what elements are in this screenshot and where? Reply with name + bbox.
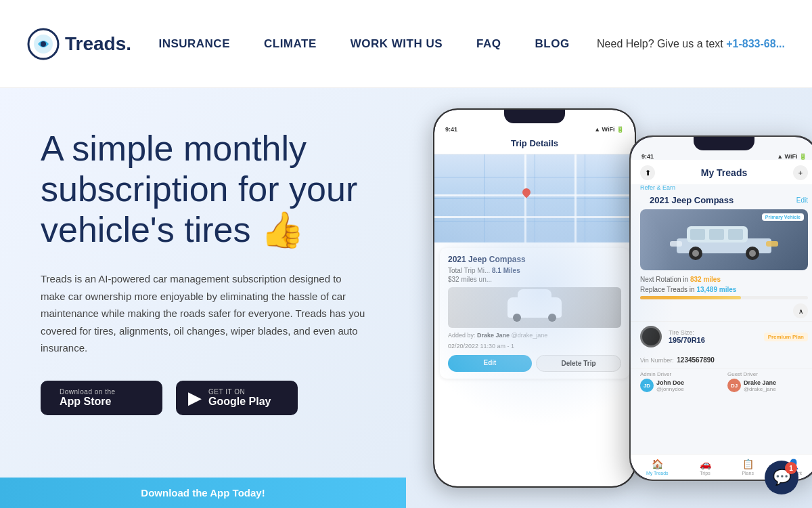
svg-rect-5 bbox=[690, 229, 705, 240]
google-play-bottom-text: Google Play bbox=[208, 396, 271, 408]
nav-work-with-us[interactable]: WORK WITH US bbox=[351, 37, 443, 51]
tire-info-text: Tire Size: 195/70R16 bbox=[669, 329, 757, 344]
logo-text: Treads. bbox=[65, 33, 131, 55]
app-store-button[interactable]: Download on the App Store bbox=[41, 381, 162, 415]
hero-blob bbox=[406, 156, 677, 427]
google-play-button[interactable]: ▶ GET IT ON Google Play bbox=[176, 381, 298, 415]
help-text-area: Need Help? Give us a text +1-833-68... bbox=[597, 38, 785, 50]
app-store-top-text: Download on the bbox=[60, 388, 116, 396]
google-play-top-text: GET IT ON bbox=[208, 388, 271, 396]
nav-plans-icon: 📋 bbox=[742, 459, 754, 469]
trip-details-title: Trip Details bbox=[434, 133, 635, 154]
nav-treads-label: My Treads bbox=[646, 471, 669, 475]
nav-blog[interactable]: BLOG bbox=[535, 37, 570, 51]
nav-faq[interactable]: FAQ bbox=[476, 37, 501, 51]
treads-logo-icon bbox=[27, 28, 60, 60]
vehicle-edit-link[interactable]: Edit bbox=[796, 196, 808, 204]
tire-size-value: 195/70R16 bbox=[669, 336, 757, 344]
download-banner[interactable]: Download the App Today! bbox=[0, 478, 406, 508]
phone-notch-back bbox=[504, 110, 565, 123]
hero-section: A simple monthly subscription for your v… bbox=[0, 88, 812, 508]
svg-rect-7 bbox=[728, 229, 743, 240]
nav-trips[interactable]: 🚗 Trips bbox=[700, 459, 711, 475]
plan-badge: Premium Plan bbox=[764, 333, 808, 341]
driver-row: Admin Driver JD John Doe @jonnydoe Guest… bbox=[631, 368, 812, 395]
chevron-up-icon: ∧ bbox=[793, 303, 808, 318]
guest-driver-col: Guest Driver DJ Drake Jane @drake_jane bbox=[727, 371, 808, 392]
vin-value: 1234567890 bbox=[677, 356, 715, 364]
next-rotation-miles: 832 miles bbox=[690, 276, 721, 283]
nav-insurance[interactable]: INSURANCE bbox=[158, 37, 230, 51]
header: Treads. INSURANCE CLIMATE WORK WITH US F… bbox=[0, 0, 812, 88]
svg-rect-13 bbox=[766, 241, 778, 247]
svg-rect-12 bbox=[670, 241, 682, 247]
google-play-icon: ▶ bbox=[188, 387, 202, 408]
hero-description: Treads is an AI-powered car management s… bbox=[41, 270, 365, 357]
app-store-bottom-text: App Store bbox=[60, 396, 116, 408]
my-treads-title: My Treads bbox=[701, 167, 747, 178]
svg-point-2 bbox=[41, 41, 46, 47]
phone-notch-front bbox=[694, 137, 754, 150]
admin-handle: @jonnydoe bbox=[656, 386, 684, 392]
chat-bubble-button[interactable]: 💬 1 bbox=[765, 461, 798, 494]
replace-treads-miles: 13,489 miles bbox=[696, 286, 736, 293]
guest-driver-info: DJ Drake Jane @drake_jane bbox=[727, 379, 808, 392]
nav-trips-label: Trips bbox=[700, 471, 710, 475]
nav-plans[interactable]: 📋 Plans bbox=[742, 459, 754, 475]
svg-point-9 bbox=[692, 250, 699, 257]
guest-avatar: DJ bbox=[727, 379, 741, 392]
status-icons-front: ▲ WiFi 🔋 bbox=[777, 153, 807, 160]
logo-area[interactable]: Treads. bbox=[27, 28, 131, 60]
help-phone[interactable]: +1-833-68... bbox=[726, 38, 785, 49]
status-bar-back: 9:41 ▲ WiFi 🔋 bbox=[434, 123, 635, 133]
header-left-icons: ⬆ bbox=[640, 165, 655, 180]
app-buttons-area: Download on the App Store ▶ GET IT ON Go… bbox=[41, 381, 365, 415]
guest-name: Drake Jane bbox=[744, 379, 776, 386]
main-nav: INSURANCE CLIMATE WORK WITH US FAQ BLOG bbox=[158, 37, 569, 51]
hero-content: A simple monthly subscription for your v… bbox=[0, 88, 392, 508]
guest-driver-label: Guest Driver bbox=[727, 371, 808, 377]
primary-vehicle-badge: Primary Vehicle bbox=[762, 213, 804, 221]
vehicle-name-row: 2021 Jeep Compass Edit bbox=[631, 194, 812, 209]
nav-my-treads[interactable]: 🏠 My Treads bbox=[646, 459, 669, 475]
status-time-back: 9:41 bbox=[445, 126, 457, 133]
nav-trips-icon: 🚗 bbox=[700, 459, 711, 469]
status-icons-back: ▲ WiFi 🔋 bbox=[594, 126, 624, 133]
admin-driver-label: Admin Driver bbox=[640, 371, 721, 377]
share-icon[interactable]: ⬆ bbox=[640, 165, 655, 180]
download-banner-text: Download the App Today! bbox=[141, 487, 265, 499]
admin-name: John Doe bbox=[656, 379, 684, 386]
vehicle-name: 2021 Jeep Compass bbox=[640, 195, 743, 205]
nav-climate[interactable]: CLIMATE bbox=[264, 37, 317, 51]
refer-earn-link[interactable]: Refer & Earn bbox=[631, 184, 812, 191]
chat-badge: 1 bbox=[785, 462, 797, 474]
hero-title: A simple monthly subscription for your v… bbox=[41, 129, 365, 250]
tire-size-label: Tire Size: bbox=[669, 329, 757, 336]
guest-handle: @drake_jane bbox=[744, 386, 776, 392]
status-time-front: 9:41 bbox=[641, 153, 654, 160]
add-icon[interactable]: + bbox=[793, 165, 808, 180]
nav-treads-icon: 🏠 bbox=[652, 459, 663, 469]
my-treads-header: ⬆ My Treads + bbox=[631, 160, 812, 184]
admin-driver-col: Admin Driver JD John Doe @jonnydoe bbox=[640, 371, 721, 392]
status-bar-front: 9:41 ▲ WiFi 🔋 bbox=[631, 150, 812, 160]
help-label: Need Help? Give us a text bbox=[597, 38, 723, 49]
svg-point-11 bbox=[749, 250, 756, 257]
nav-plans-label: Plans bbox=[742, 471, 754, 475]
svg-rect-6 bbox=[709, 229, 724, 240]
admin-driver-info: JD John Doe @jonnydoe bbox=[640, 379, 721, 392]
